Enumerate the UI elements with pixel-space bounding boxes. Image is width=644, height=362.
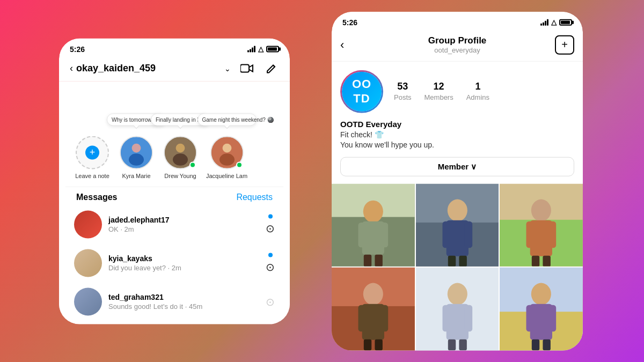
msg-content-3: ted_graham321 Sounds good! Let's do it ·… — [108, 293, 259, 311]
story-item-drew[interactable]: Finally landing in NYC! ❤️ — [162, 136, 199, 179]
member-button[interactable]: Member ∨ — [340, 157, 574, 176]
svg-point-2 — [132, 143, 141, 152]
add-note-avatar: + — [76, 136, 109, 169]
grid-photo-3[interactable] — [500, 183, 583, 267]
story-label-self: Leave a note — [75, 172, 109, 179]
msg-preview-3: Sounds good! Let's do it · 45m — [108, 302, 259, 311]
svg-rect-14 — [358, 223, 365, 247]
svg-rect-38 — [358, 305, 365, 331]
svg-rect-45 — [442, 305, 450, 331]
stat-admins-label: Admins — [466, 93, 489, 101]
msg-meta-1: ⊙ — [266, 214, 275, 234]
svg-rect-55 — [532, 339, 539, 351]
group-avatar: OOTD — [340, 70, 383, 113]
svg-rect-0 — [240, 64, 249, 72]
online-dot-drew — [189, 161, 196, 168]
svg-point-9 — [219, 153, 234, 165]
right-time: 5:26 — [342, 18, 357, 26]
msg-preview-1: OK · 2m — [108, 225, 259, 233]
svg-rect-16 — [364, 254, 371, 267]
right-battery-icon — [559, 19, 572, 25]
story-item-self[interactable]: + Leave a note — [74, 136, 111, 179]
right-phone-frame: 5:26 △ ‹ Group Profile ootd_everyday — [332, 11, 583, 351]
story-item-kyra[interactable]: Why is tomorrow Monday!? 😩 Kyra Marie — [118, 136, 155, 179]
photo-grid — [332, 183, 583, 350]
requests-link[interactable]: Requests — [236, 192, 273, 202]
grid-photo-6[interactable] — [500, 268, 583, 351]
svg-point-20 — [447, 199, 467, 221]
msg-username-3: ted_graham321 — [108, 293, 259, 301]
signal-icon — [247, 46, 255, 52]
messages-title: Messages — [76, 192, 118, 202]
stories-row: + Leave a note Why is tomorrow Monday!? … — [65, 108, 283, 186]
avatar-ted-graham — [74, 287, 102, 315]
camera-icon-2[interactable]: ⊙ — [266, 260, 275, 273]
camera-icon-1[interactable]: ⊙ — [266, 221, 275, 234]
chevron-down-icon: ⌄ — [224, 64, 231, 72]
svg-point-8 — [222, 143, 231, 152]
video-call-button[interactable] — [239, 61, 254, 76]
avatar-kyra — [120, 136, 153, 169]
msg-meta-2: ⊙ — [266, 253, 275, 273]
group-desc: Fit check! 👕 You know we'll hype you up. — [340, 129, 574, 150]
avatar-jaded-elephant — [74, 210, 102, 238]
svg-rect-41 — [375, 339, 382, 351]
svg-rect-53 — [526, 305, 534, 331]
svg-point-3 — [129, 153, 144, 165]
svg-point-43 — [447, 283, 467, 305]
left-time: 5:26 — [70, 45, 85, 53]
add-button[interactable]: + — [555, 35, 574, 54]
stat-admins: 1 Admins — [466, 81, 489, 102]
svg-rect-39 — [380, 305, 388, 331]
messages-header: Messages Requests — [65, 186, 283, 205]
svg-rect-47 — [448, 339, 455, 351]
left-nav-title: okay_kaiden_459 — [76, 63, 224, 74]
compose-button[interactable] — [264, 61, 279, 76]
stat-posts-num: 53 — [394, 81, 412, 92]
stat-members-label: Members — [425, 93, 453, 101]
message-item-2[interactable]: kyia_kayaks Did you leave yet? · 2m ⊙ — [65, 243, 283, 282]
message-item-1[interactable]: jaded.elephant17 OK · 2m ⊙ — [65, 205, 283, 243]
wifi-icon: △ — [258, 45, 264, 53]
group-nav-center: Group Profile ootd_everyday — [360, 35, 555, 54]
svg-rect-25 — [459, 255, 466, 267]
story-item-jacqueline[interactable]: Game night this weekend? 🎱 — [206, 136, 247, 179]
stat-posts-label: Posts — [394, 93, 412, 101]
svg-rect-40 — [364, 339, 371, 351]
right-signal-icon — [540, 19, 548, 25]
avatar-kyia-kayaks — [74, 249, 102, 277]
grid-photo-1[interactable] — [332, 183, 415, 267]
left-back-button[interactable]: ‹ — [70, 63, 73, 74]
group-name: OOTD Everyday — [340, 119, 574, 128]
right-wifi-icon: △ — [551, 18, 557, 26]
unread-dot-2 — [268, 253, 273, 257]
right-status-bar: 5:26 △ — [332, 11, 583, 31]
group-info-row: OOTD 53 Posts 12 Members 1 Admins — [332, 61, 583, 119]
left-phone-frame: 5:26 △ ‹ okay_kaiden_459 ⌄ — [59, 38, 290, 324]
msg-preview-2: Did you leave yet? · 2m — [108, 264, 259, 272]
group-back-button[interactable]: ‹ — [340, 38, 360, 51]
online-dot-jacqueline — [236, 161, 243, 168]
svg-rect-17 — [375, 254, 382, 267]
svg-rect-54 — [548, 305, 556, 331]
grid-photo-4[interactable] — [332, 268, 415, 351]
message-item-3[interactable]: ted_graham321 Sounds good! Let's do it ·… — [65, 282, 283, 321]
svg-rect-24 — [448, 255, 455, 267]
unread-dot-1 — [268, 214, 273, 218]
svg-point-12 — [363, 200, 383, 222]
camera-icon-3[interactable]: ⊙ — [266, 295, 275, 308]
svg-point-51 — [531, 283, 551, 305]
story-label-kyra: Kyra Marie — [122, 172, 150, 179]
stat-members-num: 12 — [425, 81, 453, 92]
grid-photo-2[interactable] — [416, 183, 499, 267]
msg-username-1: jaded.elephant17 — [108, 216, 259, 224]
grid-photo-5[interactable] — [416, 268, 499, 351]
add-icon: + — [85, 145, 99, 159]
member-button-label: Member ∨ — [438, 161, 477, 171]
group-profile-subtitle: ootd_everyday — [360, 46, 555, 54]
group-profile-title: Group Profile — [360, 35, 555, 46]
svg-rect-32 — [532, 255, 539, 267]
group-profile-nav: ‹ Group Profile ootd_everyday + — [332, 31, 583, 61]
group-avatar-initials: OOTD — [342, 71, 382, 111]
note-bubble-jacqueline: Game night this weekend? 🎱 — [197, 113, 257, 125]
